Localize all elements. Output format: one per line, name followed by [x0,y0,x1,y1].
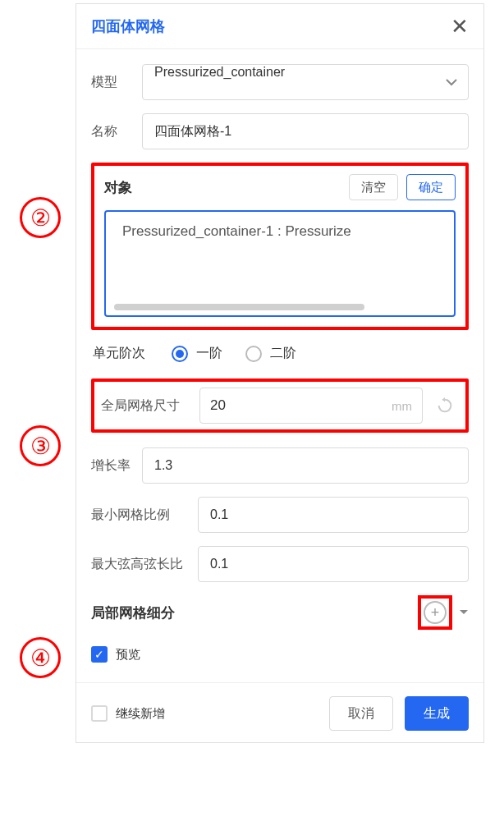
close-icon[interactable]: ✕ [451,16,469,37]
model-select[interactable]: Pressurized_container [142,64,469,100]
footer-left: 继续新增 [91,705,165,722]
max-chord-ratio-row: 最大弦高弦长比 [91,546,469,582]
cancel-button[interactable]: 取消 [329,696,393,731]
preview-label: 预览 [116,647,140,663]
name-label: 名称 [91,123,142,140]
horizontal-scrollbar[interactable] [114,304,364,310]
object-section-head: 对象 清空 确定 [104,174,456,200]
radio-checked-icon [172,346,188,362]
min-mesh-ratio-label: 最小网格比例 [91,507,198,524]
growth-rate-input[interactable] [142,447,469,484]
continue-add-checkbox[interactable] [91,705,108,722]
element-order-row: 单元阶次 一阶 二阶 [91,345,469,362]
panel-body: 模型 Pressurized_container 名称 对象 清空 确定 Pre… [76,49,483,742]
global-mesh-size-label: 全局网格尺寸 [101,397,191,415]
divider [76,682,483,683]
max-chord-ratio-input[interactable] [198,546,469,582]
global-mesh-size-row: 全局网格尺寸 mm [91,379,469,433]
list-item[interactable]: Pressurized_container-1 : Pressurize [122,223,447,240]
second-order-radio[interactable]: 二阶 [245,345,296,362]
second-order-label: 二阶 [270,345,296,362]
first-order-radio[interactable]: 一阶 [172,345,222,362]
global-mesh-size-input[interactable] [210,397,392,414]
model-row: 模型 Pressurized_container [91,64,469,100]
preview-row: ✓ 预览 [91,646,469,663]
generate-button[interactable]: 生成 [405,696,469,731]
max-chord-ratio-label: 最大弦高弦长比 [91,556,198,573]
local-refinement-row: 局部网格细分 + [91,595,469,630]
annotation-2: ② [20,197,61,238]
name-row: 名称 [91,113,469,149]
panel-title: 四面体网格 [91,16,165,36]
object-buttons: 清空 确定 [349,174,456,200]
footer-row: 继续新增 取消 生成 [91,696,469,731]
panel-header: 四面体网格 ✕ [76,4,483,49]
tetra-mesh-panel: 四面体网格 ✕ 模型 Pressurized_container 名称 对象 清… [76,3,484,743]
footer-right: 取消 生成 [329,696,469,731]
annotation-4: ④ [20,637,61,678]
refresh-icon[interactable] [431,392,459,420]
element-order-label: 单元阶次 [93,345,145,362]
caret-down-icon[interactable] [459,609,469,616]
min-mesh-ratio-row: 最小网格比例 [91,497,469,533]
name-input[interactable] [142,113,469,149]
global-mesh-size-input-wrap[interactable]: mm [199,388,423,424]
unit-mm: mm [392,399,412,413]
radio-unchecked-icon [245,346,262,362]
model-select-value: Pressurized_container [142,64,469,100]
annotation-3: ③ [20,425,61,466]
preview-checkbox[interactable]: ✓ [91,646,108,663]
growth-rate-row: 增长率 [91,447,469,484]
object-section: 对象 清空 确定 Pressurized_container-1 : Press… [91,163,469,330]
growth-rate-label: 增长率 [91,457,142,475]
object-label: 对象 [104,178,132,197]
object-list[interactable]: Pressurized_container-1 : Pressurize [104,210,456,317]
local-refinement-label: 局部网格细分 [91,603,175,622]
check-icon: ✓ [94,648,104,661]
add-refinement-highlight: + [418,595,452,630]
plus-icon[interactable]: + [424,601,447,624]
min-mesh-ratio-input[interactable] [198,497,469,533]
confirm-button[interactable]: 确定 [406,174,456,200]
model-label: 模型 [91,74,142,91]
continue-add-label: 继续新增 [116,706,165,722]
clear-button[interactable]: 清空 [349,174,398,200]
first-order-label: 一阶 [196,345,222,362]
